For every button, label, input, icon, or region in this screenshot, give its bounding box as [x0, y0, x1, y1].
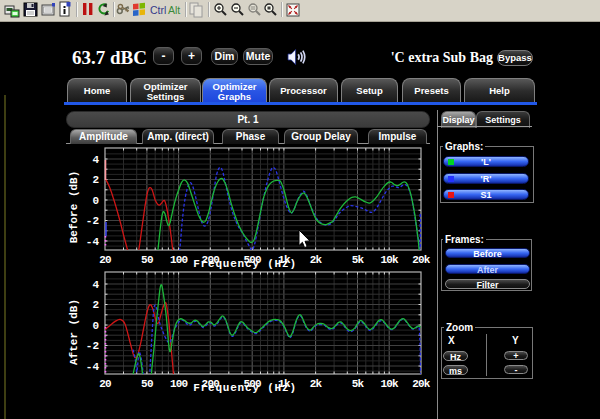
svg-text:20: 20 [99, 254, 111, 266]
svg-text:5k: 5k [352, 378, 365, 390]
svg-text:After (dB): After (dB) [68, 299, 80, 365]
svg-text:50: 50 [141, 254, 153, 266]
svg-text:0: 0 [92, 195, 99, 207]
svg-text:20k: 20k [412, 378, 431, 390]
svg-text:4: 4 [92, 279, 99, 291]
svg-text:-2: -2 [86, 340, 99, 352]
svg-text:-4: -4 [86, 361, 100, 373]
svg-text:2: 2 [92, 299, 99, 311]
svg-text:5k: 5k [352, 254, 365, 266]
svg-text:2: 2 [92, 174, 99, 186]
svg-text:Before (dB): Before (dB) [68, 171, 80, 244]
svg-text:50: 50 [141, 378, 153, 390]
svg-text:0: 0 [92, 320, 99, 332]
svg-text:Alt: Alt [168, 4, 180, 16]
svg-text:-2: -2 [86, 215, 99, 227]
svg-text:100: 100 [170, 254, 188, 266]
svg-text:100: 100 [170, 378, 188, 390]
svg-text:Frequency (Hz): Frequency (Hz) [193, 382, 297, 394]
svg-text:20k: 20k [412, 254, 431, 266]
svg-text:2k: 2k [310, 378, 323, 390]
svg-text:10k: 10k [380, 378, 399, 390]
svg-text:2k: 2k [310, 254, 323, 266]
svg-text:10k: 10k [380, 254, 399, 266]
svg-text:20: 20 [99, 378, 111, 390]
svg-text:Ctrl: Ctrl [150, 4, 166, 16]
svg-text:Frequency (Hz): Frequency (Hz) [193, 258, 297, 270]
svg-text:4: 4 [92, 154, 99, 166]
svg-text:-4: -4 [86, 236, 100, 248]
